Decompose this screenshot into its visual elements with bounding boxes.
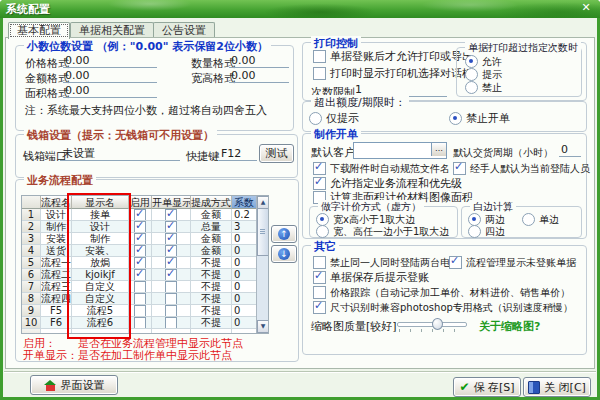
cell-commission[interactable]: 金额 bbox=[191, 209, 232, 221]
header-commission[interactable]: 提成方式 bbox=[191, 196, 232, 209]
table-scrollbar[interactable]: ▲ ▼ bbox=[256, 196, 268, 333]
cell-display[interactable]: kjoikjf bbox=[72, 269, 129, 281]
radio-prompt[interactable]: 提示 bbox=[465, 68, 502, 81]
amount-format-input[interactable]: 0.00 bbox=[63, 69, 157, 83]
enabled-checkbox[interactable] bbox=[134, 221, 146, 233]
radio-allow[interactable]: 允许 bbox=[465, 55, 502, 68]
show-checkbox[interactable] bbox=[165, 221, 177, 233]
cell-name[interactable]: 送货 bbox=[41, 245, 72, 257]
header-display[interactable]: 显示名 bbox=[72, 196, 129, 209]
cell-no[interactable]: 9 bbox=[22, 305, 41, 317]
radio-four-sides[interactable]: 四边 bbox=[468, 225, 505, 238]
cell-no[interactable]: 1 bbox=[22, 209, 41, 221]
cell-no[interactable]: 4 bbox=[22, 245, 41, 257]
show-checkbox[interactable] bbox=[165, 281, 177, 293]
radio-prompt-only[interactable]: 仅提示 bbox=[309, 112, 359, 125]
cell-display[interactable]: 接单 bbox=[72, 209, 129, 221]
enabled-checkbox[interactable] bbox=[134, 305, 146, 317]
scroll-down-icon[interactable]: ▼ bbox=[257, 320, 269, 333]
workflow-table-row[interactable]: 5流程一放焗不提0 bbox=[22, 257, 268, 269]
cell-commission[interactable]: 不提 bbox=[191, 317, 232, 329]
cell-display[interactable]: 流程6 bbox=[72, 317, 129, 329]
cell-display[interactable]: 放焗 bbox=[72, 257, 129, 269]
workflow-table-row[interactable]: 6流程二kjoikjf不提0 bbox=[22, 269, 268, 281]
cell-name[interactable]: 流程一 bbox=[41, 257, 72, 269]
workflow-table-row[interactable]: 2制作设计总量3 bbox=[22, 221, 268, 233]
move-up-button[interactable]: ↑ bbox=[271, 225, 297, 243]
checkbox-price-tracking[interactable]: 价格跟踪（自动记录加工单价、材料进价、销售单价） bbox=[313, 286, 570, 299]
close-icon[interactable]: ✕ bbox=[578, 1, 594, 15]
show-checkbox[interactable] bbox=[165, 233, 177, 245]
checkbox-assign-workflow[interactable]: 允许指定业务流程和优先级 bbox=[313, 177, 462, 190]
workflow-table-row[interactable]: 8流程四自定义不提0 bbox=[22, 293, 268, 305]
cell-display[interactable]: 制作 bbox=[72, 233, 129, 245]
show-checkbox[interactable] bbox=[165, 293, 177, 305]
about-thumbnail-link[interactable]: 关于缩略图? bbox=[479, 319, 540, 334]
header-enabled[interactable]: 启用 bbox=[129, 196, 152, 209]
save-button[interactable]: ✔ 保 存[S] bbox=[453, 377, 521, 397]
workflow-table-row[interactable]: 10F6流程6不提0 bbox=[22, 317, 268, 329]
radio-one-side[interactable]: 单边 bbox=[522, 213, 559, 226]
header-name[interactable]: 流程名 bbox=[41, 196, 72, 209]
workflow-table-row[interactable]: 3安装制作金额0 bbox=[22, 233, 268, 245]
checkbox-photoshop-format[interactable]: 尺寸识别时兼容photoshop专用格式（识别速度稍慢） bbox=[313, 301, 573, 314]
cell-display[interactable]: 设计 bbox=[72, 221, 129, 233]
size-format-input[interactable]: 0.00 bbox=[229, 69, 289, 83]
checkbox-flowmgr-unledgered[interactable]: 流程管理显示未登账单据 bbox=[449, 256, 576, 269]
cell-display[interactable]: 流程5 bbox=[72, 305, 129, 317]
hotkey-input[interactable]: F12 bbox=[219, 147, 257, 161]
workflow-table-row[interactable]: 1设计接单金额0.2 bbox=[22, 209, 268, 221]
checkbox-auto-filename[interactable]: 下载附件时自动规范文件名 bbox=[313, 162, 450, 175]
cell-no[interactable]: 2 bbox=[22, 221, 41, 233]
header-no[interactable] bbox=[22, 196, 41, 209]
show-checkbox[interactable] bbox=[165, 269, 177, 281]
checkbox-printer-dialog[interactable]: 打印时显示打印机选择对话框 bbox=[313, 67, 473, 80]
cell-name[interactable]: 流程三 bbox=[41, 281, 72, 293]
scroll-thumb[interactable] bbox=[257, 208, 269, 256]
cell-commission[interactable]: 不提 bbox=[191, 269, 232, 281]
enabled-checkbox[interactable] bbox=[134, 293, 146, 305]
area-format-input[interactable]: 0.00 bbox=[63, 84, 157, 98]
close-button[interactable]: 关 闭[C] bbox=[523, 377, 591, 397]
cell-commission[interactable]: 总量 bbox=[191, 221, 232, 233]
default-customer-input[interactable]: … bbox=[353, 142, 447, 159]
header-show[interactable]: 开单显示 bbox=[152, 196, 191, 209]
cell-name[interactable]: F5 bbox=[41, 305, 72, 317]
checkbox-print-after-ledger[interactable]: 单据登账后才允许打印或导出 bbox=[313, 50, 473, 63]
cell-name[interactable]: F6 bbox=[41, 317, 72, 329]
enabled-checkbox[interactable] bbox=[134, 269, 146, 281]
cell-name[interactable]: 设计 bbox=[41, 209, 72, 221]
browse-icon[interactable]: … bbox=[431, 143, 446, 156]
cell-no[interactable]: 7 bbox=[22, 281, 41, 293]
tab-basic-config[interactable]: 基本配置 bbox=[8, 22, 70, 39]
cell-name[interactable]: 制作 bbox=[41, 221, 72, 233]
cell-name[interactable]: 安装 bbox=[41, 233, 72, 245]
workflow-table-row[interactable]: 7流程三自定义不提0 bbox=[22, 281, 268, 293]
qty-format-input[interactable]: 0.00 bbox=[229, 54, 289, 68]
show-checkbox[interactable] bbox=[165, 317, 177, 329]
tab-announcement-config[interactable]: 公告设置 bbox=[153, 22, 215, 38]
cell-no[interactable]: 6 bbox=[22, 269, 41, 281]
thumbnail-quality-slider[interactable] bbox=[397, 318, 467, 332]
radio-any-edge-max[interactable]: 宽、高任一边小于1取大边 bbox=[316, 225, 449, 238]
cell-no[interactable]: 8 bbox=[22, 293, 41, 305]
show-checkbox[interactable] bbox=[165, 257, 177, 269]
enabled-checkbox[interactable] bbox=[134, 209, 146, 221]
cell-commission[interactable]: 金额 bbox=[191, 245, 232, 257]
cell-display[interactable]: 自定义 bbox=[72, 293, 129, 305]
workflow-table[interactable]: 流程名 显示名 启用 开单显示 提成方式 系数 1设计接单金额0.22制作设计总… bbox=[21, 195, 269, 334]
show-checkbox[interactable] bbox=[165, 305, 177, 317]
cell-no[interactable]: 3 bbox=[22, 233, 41, 245]
cell-commission[interactable]: 不提 bbox=[191, 257, 232, 269]
show-checkbox[interactable] bbox=[165, 209, 177, 221]
checkbox-default-operator[interactable]: 经手人默认为当前登陆人员 bbox=[453, 162, 590, 175]
checkbox-save-ledger-hint[interactable]: 单据保存后提示登账 bbox=[313, 271, 429, 284]
enabled-checkbox[interactable] bbox=[134, 257, 146, 269]
cell-name[interactable]: 流程四 bbox=[41, 293, 72, 305]
cell-commission[interactable]: 不提 bbox=[191, 305, 232, 317]
enabled-checkbox[interactable] bbox=[134, 317, 146, 329]
workflow-table-row[interactable]: 9F5流程5不提0 bbox=[22, 305, 268, 317]
move-down-button[interactable]: ↓ bbox=[271, 245, 297, 263]
cell-no[interactable]: 5 bbox=[22, 257, 41, 269]
workflow-table-row[interactable]: 4送货安装、金额0 bbox=[22, 245, 268, 257]
